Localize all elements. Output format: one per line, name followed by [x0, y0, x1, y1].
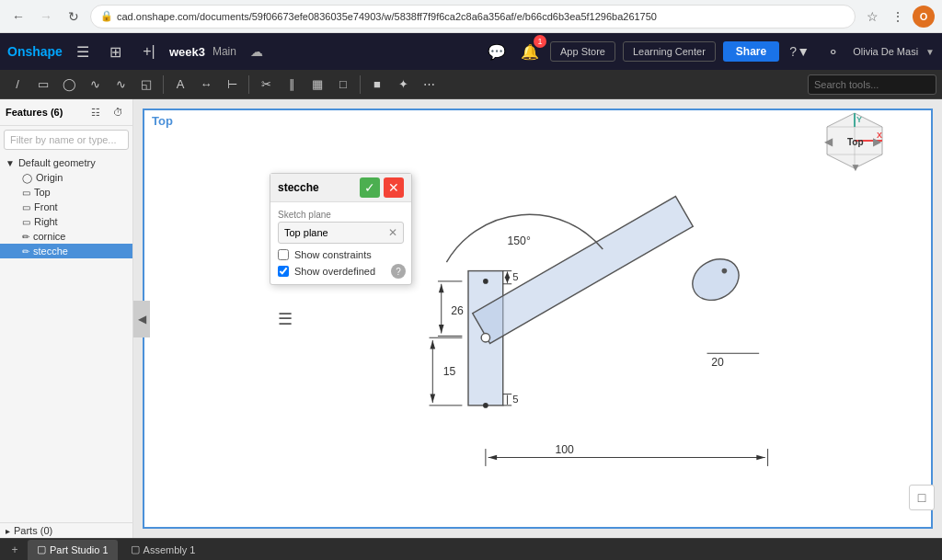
tab-part-studio[interactable]: ▢ Part Studio 1 — [28, 540, 118, 560]
search-tools-input[interactable] — [808, 74, 936, 95]
tree-item-front[interactable]: ▭ Front — [0, 200, 132, 214]
trim-tool[interactable]: ✂ — [254, 73, 278, 97]
popup-help-icon[interactable]: ? — [391, 264, 406, 279]
help-button[interactable]: ?▼ — [787, 39, 812, 64]
save-icon[interactable]: ☁ — [244, 39, 270, 64]
plane-value: Top plane — [284, 227, 328, 238]
offset-tool[interactable]: □ — [331, 73, 355, 97]
canvas-list-icon[interactable]: ☰ — [278, 309, 293, 329]
rectangle-tool[interactable]: ▭ — [31, 73, 55, 97]
part-studio-icon: ▢ — [37, 543, 46, 555]
toolbar-sep-2 — [248, 75, 249, 94]
popup-cancel-button[interactable]: ✕ — [384, 177, 404, 198]
tab-assembly[interactable]: ▢ Assembly 1 — [121, 540, 205, 560]
learning-center-button[interactable]: Learning Center — [623, 41, 716, 62]
svg-point-2 — [685, 251, 747, 308]
toolbar: / ▭ ◯ ∿ ∿ ◱ A ↔ ⊢ ✂ ∥ ▦ □ ■ ✦ ⋯ — [0, 70, 942, 99]
bottom-bar: + ▢ Part Studio 1 ▢ Assembly 1 — [0, 538, 942, 560]
hamburger-menu[interactable]: ☰ — [70, 39, 96, 64]
toolbar-sep-1 — [163, 75, 164, 94]
parts-group[interactable]: ▸ Parts (0) — [0, 522, 132, 538]
measure-tool[interactable]: ✦ — [391, 73, 415, 97]
line-tool[interactable]: / — [6, 73, 29, 97]
tree-item-label: stecche — [33, 246, 68, 257]
branch-button[interactable]: +| — [136, 39, 162, 64]
circle-tool[interactable]: ◯ — [57, 73, 81, 97]
sketch-plane-label: Sketch plane — [278, 210, 404, 220]
arc-tool[interactable]: ∿ — [83, 73, 107, 97]
sketch-plane-row[interactable]: Top plane ✕ — [278, 222, 404, 244]
svg-point-35 — [483, 279, 488, 284]
svg-point-3 — [481, 334, 489, 342]
tree-item-top[interactable]: ▭ Top — [0, 185, 132, 200]
show-overdefined-checkbox[interactable] — [278, 266, 289, 277]
app-store-button[interactable]: App Store — [550, 41, 615, 62]
sidebar: Features (6) ☷ ⏱ ▼ Default geometry ◯ Or… — [0, 99, 133, 538]
constraint-tool[interactable]: ⊢ — [220, 73, 244, 97]
popup-confirm-button[interactable]: ✓ — [360, 177, 380, 198]
spline-tool[interactable]: ∿ — [109, 73, 132, 97]
tree-item-stecche[interactable]: ✏ stecche — [0, 244, 132, 258]
stecche-icon: ✏ — [22, 246, 29, 257]
canvas-nav-left[interactable]: ◀ — [133, 301, 150, 337]
svg-marker-9 — [439, 325, 444, 333]
mirror-tool[interactable]: ∥ — [280, 73, 304, 97]
svg-rect-1 — [473, 196, 694, 343]
svg-text:◀: ◀ — [824, 135, 833, 148]
parts-label: Parts (0) — [14, 525, 52, 536]
parts-arrow: ▸ — [6, 526, 10, 536]
onshape-logo[interactable]: Onshape — [7, 44, 63, 59]
plane-close-icon[interactable]: ✕ — [388, 226, 397, 239]
right-panel-icon[interactable]: □ — [909, 485, 935, 510]
canvas-area[interactable]: Top 150° — [133, 99, 942, 538]
polygon-tool[interactable]: ◱ — [134, 73, 158, 97]
svg-text:▶: ▶ — [873, 135, 882, 148]
tree-item-origin[interactable]: ◯ Origin — [0, 170, 132, 185]
svg-marker-33 — [756, 455, 764, 461]
back-button[interactable]: ← — [7, 6, 29, 28]
svg-text:15: 15 — [443, 365, 456, 378]
pattern-tool[interactable]: ▦ — [305, 73, 329, 97]
construction-tool[interactable]: ■ — [365, 73, 389, 97]
sidebar-clock-icon[interactable]: ⏱ — [109, 103, 127, 121]
forward-button[interactable]: → — [35, 6, 57, 28]
toolbar-sep-3 — [360, 75, 361, 94]
profile-avatar[interactable]: O — [913, 6, 935, 28]
user-dropdown-icon[interactable]: ▼ — [925, 47, 935, 57]
tab-part-studio-label: Part Studio 1 — [50, 544, 109, 555]
svg-point-36 — [483, 403, 488, 408]
profile-menu[interactable]: ⚬ — [820, 39, 845, 64]
more-button[interactable]: ⋮ — [887, 6, 909, 28]
tree-item-right[interactable]: ▭ Right — [0, 214, 132, 229]
svg-marker-32 — [488, 455, 497, 461]
popup-header: stecche ✓ ✕ — [270, 174, 411, 202]
main-area: Features (6) ☷ ⏱ ▼ Default geometry ◯ Or… — [0, 99, 942, 538]
view-cube[interactable]: Y X Top ▼ ◀ ▶ — [822, 109, 887, 173]
notification-button[interactable]: 🔔 1 — [517, 39, 543, 64]
user-name[interactable]: Olivia De Masi — [853, 46, 918, 57]
grid-menu[interactable]: ⊞ — [103, 39, 129, 64]
more-tools[interactable]: ⋯ — [417, 73, 441, 97]
tree-item-label: Top — [34, 187, 51, 198]
svg-text:20: 20 — [711, 356, 724, 369]
sidebar-header: Features (6) ☷ ⏱ — [0, 99, 132, 126]
tab-assembly-label: Assembly 1 — [144, 544, 196, 555]
star-button[interactable]: ☆ — [861, 6, 883, 28]
svg-marker-14 — [505, 272, 511, 279]
text-tool[interactable]: A — [168, 73, 192, 97]
sidebar-settings-icon[interactable]: ☷ — [86, 103, 105, 121]
share-button[interactable]: Share — [723, 41, 779, 62]
address-bar[interactable]: 🔒 cad.onshape.com/documents/59f06673efe0… — [90, 5, 856, 29]
feature-filter-input[interactable] — [4, 130, 129, 150]
add-tab-button[interactable]: + — [6, 541, 24, 559]
svg-marker-20 — [430, 340, 435, 349]
show-constraints-checkbox[interactable] — [278, 249, 289, 260]
chat-button[interactable]: 💬 — [484, 39, 510, 64]
default-geometry-group[interactable]: ▼ Default geometry — [0, 155, 132, 170]
url-text: cad.onshape.com/documents/59f06673efe083… — [117, 11, 657, 22]
dimension-tool[interactable]: ↔ — [194, 73, 218, 97]
svg-text:150°: 150° — [507, 234, 530, 247]
reload-button[interactable]: ↻ — [63, 6, 85, 28]
top-plane-icon: ▭ — [22, 188, 30, 198]
tree-item-cornice[interactable]: ✏ cornice — [0, 229, 132, 244]
